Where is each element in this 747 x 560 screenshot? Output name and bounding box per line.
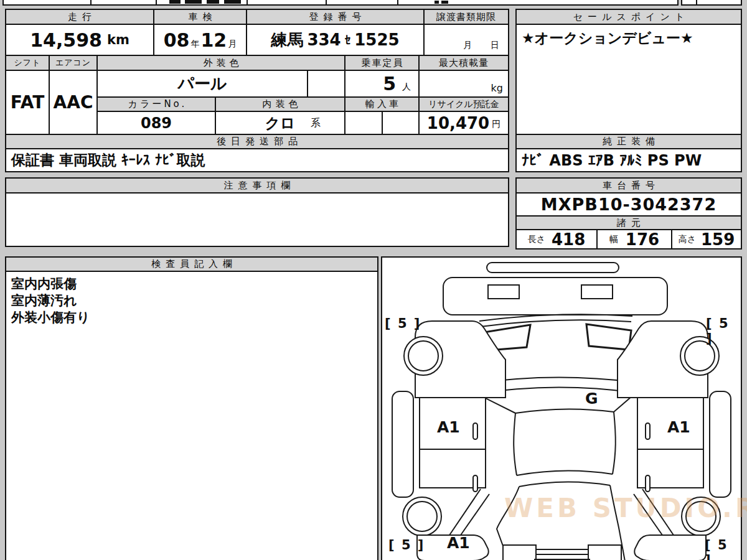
registration-number: 1525 xyxy=(354,30,399,49)
shaken-value-cell: 08 年 12 月 xyxy=(153,24,247,56)
damage-code-right-door: A1 xyxy=(667,418,690,436)
import-car-label: 輸入車 xyxy=(363,98,401,110)
divider xyxy=(156,0,157,4)
spec-height-value: 159 xyxy=(701,230,735,249)
specs-label: 諸元 xyxy=(612,217,646,229)
max-load-unit: kg xyxy=(491,82,503,94)
capacity-value: 5 xyxy=(383,73,396,95)
truncated-text-fragment xyxy=(185,0,202,4)
shift-value-cell: FAT xyxy=(5,70,50,135)
shift-header: シフト xyxy=(5,55,50,71)
tread-mark-rear-right: [ 5 ] xyxy=(705,538,741,560)
aircon-value: AAC xyxy=(54,92,93,113)
aircon-header: エアコン xyxy=(49,55,98,71)
watermark-text: WEB STUDIO.RU xyxy=(504,493,747,523)
truncated-text-fragment xyxy=(435,1,439,4)
color-no-label: カラーNo. xyxy=(126,98,187,110)
spec-width-label: 幅 xyxy=(609,234,618,245)
shaken-year: 08 xyxy=(164,29,190,51)
registration-value-cell: 練馬 334 ｾ 1525 xyxy=(246,24,425,56)
shift-label: シフト xyxy=(14,57,41,68)
inspector-lines: 室内内張傷 室内薄汚れ 外装小傷有り xyxy=(11,276,90,326)
inspector-line: 室内薄汚れ xyxy=(11,292,90,309)
exterior-color-value: パール xyxy=(177,73,227,95)
shaken-month-suffix: 月 xyxy=(228,39,237,55)
exterior-color-value-cell: パール xyxy=(96,70,308,98)
import-car-header: 輸入車 xyxy=(344,96,420,112)
sales-point-value: ★オークションデビュー★ xyxy=(522,29,693,48)
inspector-header: 検査員記入欄 xyxy=(5,256,378,272)
capacity-header: 乗車定員 xyxy=(344,55,420,71)
max-load-header: 最大積載量 xyxy=(418,55,509,71)
truncated-top-row-right xyxy=(681,0,742,6)
registration-area: 練馬 xyxy=(271,29,303,51)
transfer-deadline-value-cell: 月 日 xyxy=(423,24,509,56)
notes-label: 注意事項欄 xyxy=(219,180,296,192)
import-car-cell-b xyxy=(382,111,420,135)
spec-width-cell: 幅 176 xyxy=(596,229,672,250)
recycle-deposit-unit: 円 xyxy=(492,119,500,134)
truncated-text-fragment xyxy=(169,0,181,4)
capacity-value-cell: 5 人 xyxy=(344,70,420,98)
chassis-label: 車台番号 xyxy=(598,180,660,192)
later-shipping-label: 後日発送部品 xyxy=(212,136,303,147)
genuine-equipment-value-cell: ﾅﾋﾞ ABS ｴｱB ｱﾙﾐ PS PW xyxy=(515,148,742,172)
inspector-value-cell: 室内内張傷 室内薄汚れ 外装小傷有り xyxy=(5,271,378,560)
divider xyxy=(90,0,92,4)
recycle-deposit-label: リサイクル預託金 xyxy=(428,99,499,110)
inspector-line: 室内内張傷 xyxy=(11,276,90,292)
divider xyxy=(247,0,248,4)
chassis-value: MXPB10-3042372 xyxy=(541,195,716,214)
interior-color-value-cell: クロ 系 xyxy=(215,111,345,135)
shaken-month: 12 xyxy=(201,29,227,51)
mileage-header: 走行 xyxy=(5,9,154,25)
transfer-deadline-header: 譲渡書類期限 xyxy=(423,9,509,25)
chassis-header: 車台番号 xyxy=(515,177,742,194)
truncated-top-row xyxy=(2,0,679,6)
divider xyxy=(326,0,327,4)
truncated-text-fragment xyxy=(224,0,241,4)
auction-sheet: 走行 車検 登録番号 譲渡書類期限 14,598 km 08 年 12 月 練馬… xyxy=(0,0,747,560)
capacity-label: 乗車定員 xyxy=(360,57,404,69)
deadline-month-suffix: 月 xyxy=(463,40,472,51)
spec-length-label: 長さ xyxy=(528,234,545,245)
registration-label: 登録番号 xyxy=(304,11,367,23)
inspector-label: 検査員記入欄 xyxy=(146,258,237,270)
damage-code-left-door: A1 xyxy=(437,418,460,436)
inspector-line: 外装小傷有り xyxy=(11,309,90,326)
mileage-value: 14,598 xyxy=(30,29,102,51)
genuine-equipment-label: 純正装備 xyxy=(598,136,660,147)
max-load-label: 最大積載量 xyxy=(439,57,489,69)
shaken-header: 車検 xyxy=(153,9,247,25)
specs-header: 諸元 xyxy=(515,215,742,230)
tread-mark-front-right: [ 5 ] xyxy=(706,316,741,346)
mileage-label: 走行 xyxy=(63,11,96,23)
interior-color-header: 内装色 xyxy=(215,96,345,112)
chassis-value-cell: MXPB10-3042372 xyxy=(515,192,742,217)
mileage-value-cell: 14,598 km xyxy=(5,24,154,56)
shift-value: FAT xyxy=(11,92,45,113)
later-shipping-header: 後日発送部品 xyxy=(5,134,509,149)
sales-point-label: セールスポイント xyxy=(568,11,689,23)
sales-point-header: セールスポイント xyxy=(515,9,742,25)
later-shipping-value-cell: 保証書 車両取説 ｷｰﾚｽ ﾅﾋﾞ取説 xyxy=(5,148,509,172)
deadline-day-suffix: 日 xyxy=(491,40,499,51)
color-no-value: 089 xyxy=(141,114,172,132)
recycle-deposit-value-cell: 10,470 円 xyxy=(418,111,509,135)
color-no-header: カラーNo. xyxy=(96,96,216,112)
genuine-equipment-value: ﾅﾋﾞ ABS ｴｱB ｱﾙﾐ PS PW xyxy=(522,152,702,169)
shaken-year-suffix: 年 xyxy=(191,39,200,55)
damage-diagram-panel: WEB STUDIO.RU [ 5 ] [ 5 ] [ 5 ] [ 5 ] G … xyxy=(381,256,742,560)
truncated-text-fragment xyxy=(207,0,219,4)
tread-mark-front-left: [ 5 ] xyxy=(385,316,421,331)
recycle-deposit-value: 10,470 xyxy=(427,114,489,133)
import-car-cell-a xyxy=(344,111,383,135)
registration-header: 登録番号 xyxy=(246,9,425,25)
tread-mark-rear-left: [ 5 ] xyxy=(388,538,425,553)
spec-length-cell: 長さ 418 xyxy=(515,229,598,250)
mileage-unit: km xyxy=(107,32,129,47)
exterior-color-header: 外装色 xyxy=(96,55,345,71)
color-no-value-cell: 089 xyxy=(96,111,216,135)
aircon-label: エアコン xyxy=(55,57,91,68)
interior-color-value: クロ xyxy=(265,113,295,133)
